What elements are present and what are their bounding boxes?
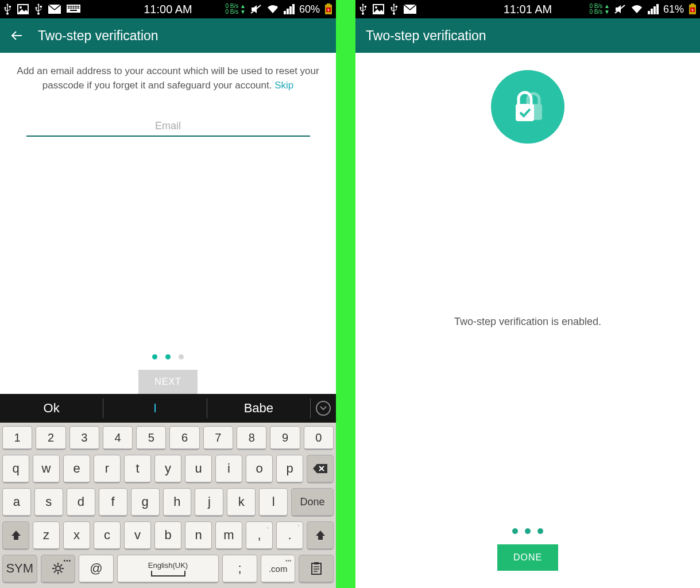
- success-lock-icon: [491, 70, 564, 144]
- shift-key-2[interactable]: [307, 521, 334, 550]
- key-x[interactable]: x: [63, 521, 90, 550]
- svg-rect-14: [73, 7, 74, 9]
- page-indicator: [512, 528, 543, 534]
- image-icon: [373, 4, 384, 14]
- svg-rect-17: [78, 7, 79, 9]
- key-l[interactable]: l: [259, 488, 288, 517]
- key-5[interactable]: 5: [136, 426, 166, 450]
- key-g[interactable]: g: [131, 488, 160, 517]
- wifi-icon: [266, 4, 279, 14]
- suggestion-2[interactable]: I: [103, 399, 207, 418]
- key-0[interactable]: 0: [304, 426, 334, 450]
- backspace-key[interactable]: [307, 455, 334, 483]
- key-c[interactable]: c: [94, 521, 121, 550]
- usb-icon-2: [34, 3, 42, 15]
- dot: [512, 528, 518, 534]
- key-a[interactable]: a: [2, 488, 31, 517]
- key-period[interactable]: . ': [276, 521, 303, 550]
- svg-rect-18: [70, 10, 77, 11]
- data-rate: 0 B/s ▲0 B/s ▼: [590, 3, 610, 15]
- mail-icon: [404, 5, 416, 14]
- mail-icon: [48, 5, 61, 14]
- key-k[interactable]: k: [227, 488, 256, 517]
- key-b[interactable]: b: [154, 521, 181, 550]
- space-key[interactable]: English(UK): [117, 555, 219, 583]
- dotcom-key[interactable]: .com•••: [261, 555, 296, 583]
- key-s[interactable]: s: [34, 488, 63, 517]
- svg-rect-8: [75, 6, 76, 7]
- rate-down: 0 B/s: [226, 9, 239, 15]
- key-t[interactable]: t: [124, 455, 151, 483]
- usb-icon-2: [390, 3, 398, 15]
- key-u[interactable]: u: [185, 455, 212, 483]
- key-z[interactable]: z: [33, 521, 60, 550]
- sym-key[interactable]: SYM: [2, 555, 37, 583]
- expand-suggestions-icon[interactable]: [311, 394, 336, 423]
- svg-line-31: [60, 564, 62, 566]
- key-comma[interactable]: , -: [246, 521, 273, 550]
- key-f[interactable]: f: [99, 488, 127, 517]
- key-i[interactable]: i: [215, 455, 242, 483]
- skip-link[interactable]: Skip: [274, 80, 293, 91]
- svg-rect-16: [76, 7, 78, 9]
- status-time: 11:01 AM: [504, 3, 552, 16]
- done-key[interactable]: Done: [291, 488, 334, 517]
- page-indicator: [152, 343, 184, 359]
- key-4[interactable]: 4: [103, 426, 133, 450]
- dot: [537, 528, 543, 534]
- key-7[interactable]: 7: [203, 426, 233, 450]
- key-9[interactable]: 9: [270, 426, 300, 450]
- key-q[interactable]: q: [2, 455, 29, 483]
- back-arrow-icon[interactable]: [10, 29, 23, 42]
- dot: [165, 354, 171, 359]
- key-e[interactable]: e: [63, 455, 90, 483]
- svg-line-28: [54, 564, 56, 566]
- next-button[interactable]: NEXT: [138, 370, 198, 394]
- screenshot-left: 11:00 AM 0 B/s ▲0 B/s ▼ 60% Two-step ver…: [0, 0, 336, 588]
- email-placeholder: Email: [155, 120, 181, 131]
- svg-rect-9: [76, 6, 78, 7]
- mute-icon: [614, 4, 626, 14]
- suggestion-1[interactable]: Ok: [0, 399, 103, 418]
- image-icon: [17, 4, 29, 14]
- key-2[interactable]: 2: [36, 426, 65, 450]
- clipboard-key[interactable]: [299, 555, 334, 583]
- usb-icon: [359, 3, 367, 15]
- key-n[interactable]: n: [185, 521, 212, 550]
- svg-point-23: [56, 566, 60, 571]
- settings-key[interactable]: •••: [41, 555, 76, 583]
- key-6[interactable]: 6: [169, 426, 199, 450]
- app-bar: Two-step verification: [0, 18, 336, 53]
- key-1[interactable]: 1: [2, 426, 32, 450]
- svg-rect-13: [71, 7, 72, 9]
- suggestion-3[interactable]: Babe: [207, 399, 311, 418]
- svg-rect-15: [75, 7, 76, 9]
- app-bar: Two-step verification: [355, 18, 700, 53]
- done-button[interactable]: DONE: [497, 544, 558, 571]
- key-r[interactable]: r: [94, 455, 121, 483]
- key-3[interactable]: 3: [69, 426, 99, 450]
- key-v[interactable]: v: [124, 521, 151, 550]
- at-key[interactable]: @: [79, 555, 114, 583]
- svg-rect-10: [78, 6, 79, 7]
- dot: [179, 354, 184, 359]
- svg-line-30: [54, 571, 56, 572]
- key-w[interactable]: w: [33, 455, 60, 483]
- shift-key[interactable]: [2, 521, 29, 550]
- key-h[interactable]: h: [163, 488, 192, 517]
- key-8[interactable]: 8: [237, 426, 266, 450]
- svg-rect-11: [68, 7, 69, 9]
- data-rate: 0 B/s ▲0 B/s ▼: [226, 3, 246, 15]
- key-d[interactable]: d: [67, 488, 95, 517]
- key-p[interactable]: p: [276, 455, 303, 483]
- key-m[interactable]: m: [215, 521, 242, 550]
- svg-rect-42: [691, 3, 694, 5]
- key-o[interactable]: o: [246, 455, 273, 483]
- signal-icon: [284, 4, 295, 14]
- email-input[interactable]: Email: [26, 120, 310, 137]
- semicolon-key[interactable]: ;: [222, 555, 257, 583]
- key-j[interactable]: j: [195, 488, 223, 517]
- battery-warn-icon: [689, 3, 697, 15]
- status-bar: 11:01 AM 0 B/s ▲0 B/s ▼ 61%: [355, 0, 700, 18]
- key-y[interactable]: y: [154, 455, 181, 483]
